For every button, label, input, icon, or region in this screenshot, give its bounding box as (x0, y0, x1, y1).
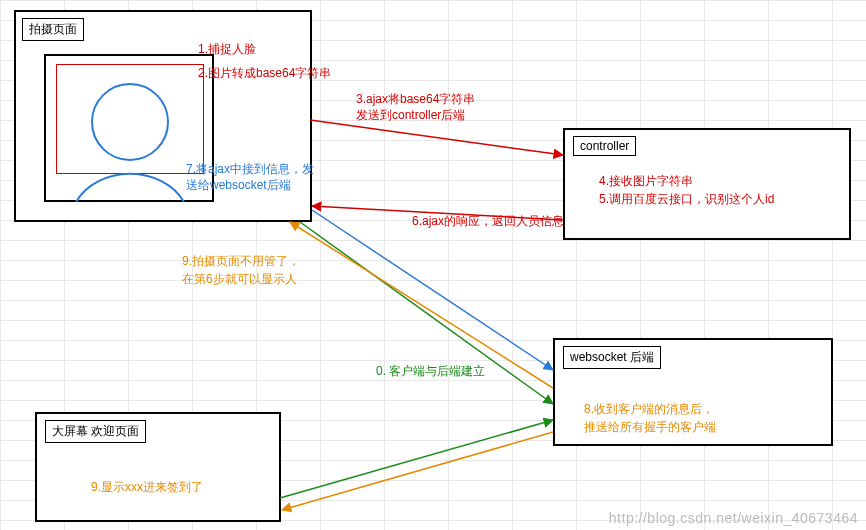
step7b-text: 送给websocket后端 (186, 176, 291, 194)
step9b-text: 在第6步就可以显示人 (182, 270, 297, 288)
arrow-step3 (310, 120, 563, 155)
step9a-text: 9.拍摄页面不用管了， (182, 252, 300, 270)
svg-point-0 (92, 84, 168, 160)
websocket-title: websocket 后端 (563, 346, 661, 369)
step4-text: 4.接收图片字符串 (599, 172, 693, 190)
step3b-text: 发送到controller后端 (356, 106, 465, 124)
arrow-step8-down (282, 432, 553, 510)
controller-title: controller (573, 136, 636, 156)
step5-text: 5.调用百度云接口，识别这个人id (599, 190, 774, 208)
diagram-canvas: 拍摄页面 controller 4.接收图片字符串 5.调用百度云接口，识别这个… (0, 0, 866, 530)
arrow-step7 (312, 210, 553, 370)
welcome-box: 大屏幕 欢迎页面 9.显示xxx进来签到了 (35, 412, 281, 522)
step9c-text: 9.显示xxx进来签到了 (91, 478, 203, 496)
step1-text: 1.捕捉人脸 (198, 40, 256, 58)
controller-box: controller 4.接收图片字符串 5.调用百度云接口，识别这个人id (563, 128, 851, 240)
welcome-title: 大屏幕 欢迎页面 (45, 420, 146, 443)
arrow-step0b (280, 420, 553, 498)
step8b-text: 推送给所有握手的客户端 (584, 418, 716, 436)
step0-text: 0. 客户端与后端建立 (376, 362, 485, 380)
watermark: http://blog.csdn.net/weixin_40673464 (609, 510, 858, 526)
step8a-text: 8.收到客户端的消息后， (584, 400, 714, 418)
capture-page-title: 拍摄页面 (22, 18, 84, 41)
step6-text: 6.ajax的响应，返回人员信息 (412, 212, 564, 230)
step2-text: 2.图片转成base64字符串 (198, 64, 331, 82)
